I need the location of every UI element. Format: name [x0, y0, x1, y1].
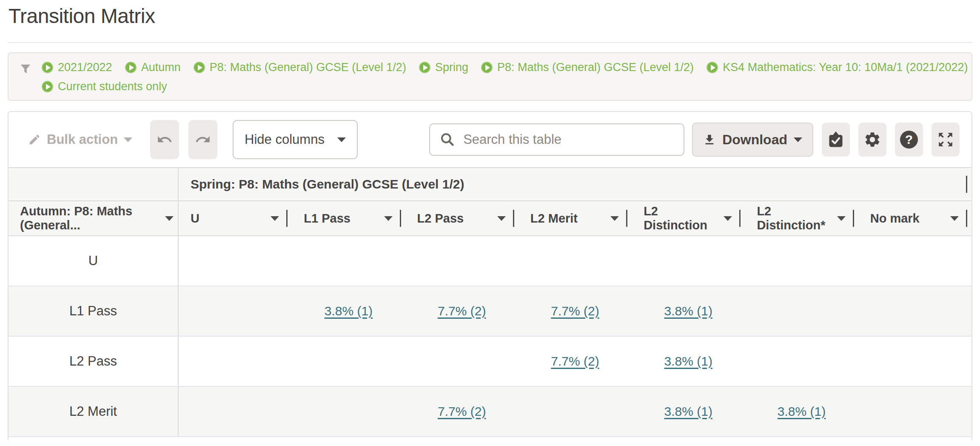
column-separator [966, 210, 967, 227]
matrix-cell [858, 337, 971, 386]
undo-button[interactable] [150, 120, 179, 159]
search-input[interactable] [463, 127, 674, 152]
column-separator [966, 176, 967, 193]
filter-chip-autumn[interactable]: Autumn [125, 61, 181, 74]
column-header-label: L2 Distinction* [757, 204, 837, 232]
filter-play-icon [419, 62, 430, 73]
row-dimension-header[interactable]: Autumn: P8: Maths (General... [9, 201, 179, 235]
column-header-l1-pass[interactable]: L1 Pass [292, 201, 405, 235]
title-divider [8, 42, 972, 43]
row-label: U [9, 236, 179, 286]
cell-value-link[interactable]: 7.7% (2) [551, 354, 599, 369]
chevron-down-icon [337, 137, 346, 142]
filter-bar: 2021/2022AutumnP8: Maths (General) GCSE … [8, 52, 972, 101]
cell-value-link[interactable]: 7.7% (2) [438, 404, 486, 419]
filter-chip-p8-maths-general-gcse-level-1-2[interactable]: P8: Maths (General) GCSE (Level 1/2) [481, 61, 694, 74]
help-button[interactable] [895, 123, 923, 157]
filter-play-icon [125, 62, 137, 73]
select-rows-button[interactable] [822, 123, 850, 157]
filter-chip-label: Spring [435, 61, 468, 74]
row-label: L1 Pass [9, 286, 179, 336]
matrix-cell: 3.8% (1) [632, 387, 745, 436]
matrix-cell: 3.8% (1) [632, 337, 745, 386]
filter-play-icon [42, 62, 53, 73]
fullscreen-icon [937, 131, 954, 149]
chevron-down-icon [610, 216, 619, 221]
column-separator [626, 210, 627, 227]
matrix-cell [632, 236, 745, 286]
filter-chip-current-students-only[interactable]: Current students only [42, 80, 167, 93]
matrix-row-l2-pass: L2 Pass7.7% (2)3.8% (1) [9, 336, 971, 386]
chevron-down-icon [724, 216, 732, 221]
column-header-u[interactable]: U [179, 201, 292, 235]
hide-columns-label: Hide columns [245, 132, 325, 147]
filter-chip-label: 2021/2022 [58, 61, 112, 74]
filter-chip-label: P8: Maths (General) GCSE (Level 1/2) [497, 61, 694, 74]
column-header-l2-merit[interactable]: L2 Merit [518, 201, 632, 235]
matrix-row-l1-pass: L1 Pass3.8% (1)7.7% (2)7.7% (2)3.8% (1) [9, 286, 971, 336]
chevron-down-icon [271, 216, 279, 221]
column-header-no-mark[interactable]: No mark [858, 201, 971, 235]
matrix-cell [745, 337, 858, 386]
column-header-l2-pass[interactable]: L2 Pass [405, 201, 518, 235]
filter-chip-2021-2022[interactable]: 2021/2022 [42, 61, 112, 74]
column-header-label: L2 Distinction [644, 204, 724, 232]
chevron-down-icon [950, 216, 959, 221]
cell-value-link[interactable]: 3.8% (1) [664, 404, 712, 419]
matrix-cell: 7.7% (2) [518, 337, 632, 386]
matrix-cell [745, 286, 858, 336]
cell-value-link[interactable]: 3.8% (1) [325, 304, 373, 318]
cell-value-link[interactable]: 3.8% (1) [664, 304, 712, 318]
table-panel: Bulk action Hide columns [8, 111, 972, 440]
filter-play-icon [194, 62, 205, 73]
column-header-l2-distinction[interactable]: L2 Distinction [632, 201, 745, 235]
matrix-cell: 7.7% (2) [518, 286, 632, 336]
filter-play-icon [42, 81, 53, 92]
bulk-action-label: Bulk action [47, 132, 118, 147]
cell-value-link[interactable]: 7.7% (2) [438, 304, 486, 318]
column-header-l2-distinction[interactable]: L2 Distinction* [745, 201, 858, 235]
table-body: UL1 Pass3.8% (1)7.7% (2)7.7% (2)3.8% (1)… [9, 235, 971, 440]
settings-button[interactable] [858, 123, 886, 157]
matrix-cell: 3.8% (1) [292, 286, 405, 336]
cell-value-link[interactable]: 3.8% (1) [778, 404, 826, 419]
bulk-action-button[interactable]: Bulk action [28, 132, 132, 147]
column-separator [853, 210, 854, 227]
search-icon [439, 132, 456, 148]
search-box [429, 123, 684, 156]
fullscreen-button[interactable] [932, 123, 960, 157]
matrix-cell [518, 387, 632, 436]
redo-button[interactable] [188, 120, 217, 159]
filter-chip-label: Autumn [141, 61, 181, 74]
filter-chip-spring[interactable]: Spring [419, 61, 468, 74]
filter-chip-list: 2021/2022AutumnP8: Maths (General) GCSE … [42, 61, 968, 93]
column-separator [286, 210, 288, 227]
matrix-cell: 3.8% (1) [632, 286, 745, 336]
chevron-down-icon [497, 216, 506, 221]
matrix-row-partial [9, 436, 971, 440]
matrix-row-l2-merit: L2 Merit7.7% (2)3.8% (1)3.8% (1) [9, 386, 971, 436]
hide-columns-button[interactable]: Hide columns [233, 120, 358, 159]
download-button[interactable]: Download [692, 123, 813, 157]
matrix-cell [292, 337, 405, 386]
filter-chip-p8-maths-general-gcse-level-1-2[interactable]: P8: Maths (General) GCSE (Level 1/2) [194, 61, 406, 74]
chevron-down-icon [837, 216, 846, 221]
chevron-down-icon [124, 137, 132, 142]
chevron-down-icon [384, 216, 393, 221]
matrix-cell [745, 236, 858, 286]
table-toolbar: Bulk action Hide columns [9, 112, 971, 167]
corner-cell [9, 168, 179, 200]
column-header-label: L1 Pass [304, 212, 350, 226]
cell-value-link[interactable]: 7.7% (2) [551, 304, 599, 318]
matrix-cell [405, 337, 518, 386]
help-icon [900, 131, 918, 149]
filter-chip-ks4-mathematics-year-10-10ma-1-2021-2022[interactable]: KS4 Mathematics: Year 10: 10Ma/1 (2021/2… [707, 61, 968, 74]
column-separator [739, 210, 741, 227]
filter-chip-label: KS4 Mathematics: Year 10: 10Ma/1 (2021/2… [723, 61, 968, 74]
cell-value-link[interactable]: 3.8% (1) [664, 354, 712, 369]
column-header-label: No mark [870, 212, 920, 226]
matrix-row-u: U [9, 235, 971, 286]
matrix-cell [292, 387, 405, 436]
row-dimension-label: Autumn: P8: Maths (General... [20, 204, 165, 232]
redo-icon [195, 132, 211, 148]
